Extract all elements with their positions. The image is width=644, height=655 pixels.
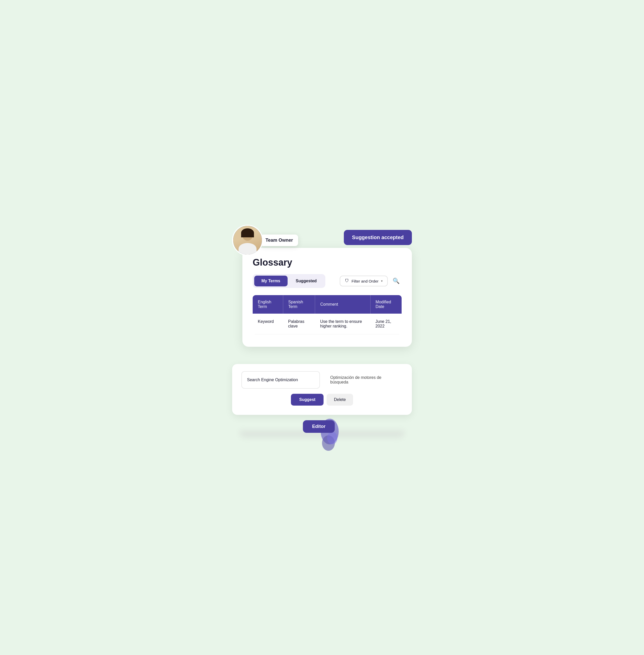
svg-point-2 <box>327 431 338 444</box>
editor-badge: Editor <box>303 420 335 433</box>
tab-bar: My Terms Suggested ⛉ Filter and Order ▾ … <box>253 274 401 288</box>
cell-date: June 21, 2022 <box>370 314 401 334</box>
tab-group: My Terms Suggested <box>253 274 325 288</box>
avatar-bubble: Team Owner <box>232 225 298 255</box>
cell-spanish: Palabras clave <box>283 314 315 334</box>
spanish-term-display: Optimización de motores de búsqueda <box>325 371 402 389</box>
tab-my-terms[interactable]: My Terms <box>254 276 288 287</box>
english-term-input[interactable] <box>242 371 320 389</box>
glossary-table: English Term Spanish Term Comment Modifi… <box>253 295 401 334</box>
filter-group: ⛉ Filter and Order ▾ 🔍 <box>340 275 401 287</box>
table-header: English Term Spanish Term Comment Modifi… <box>253 295 401 314</box>
search-button[interactable]: 🔍 <box>390 275 401 287</box>
input-card: Optimización de motores de búsqueda Sugg… <box>232 364 412 415</box>
col-header-date: Modified Date <box>370 295 401 314</box>
filter-icon: ⛉ <box>345 279 349 283</box>
col-header-comment: Comment <box>315 295 370 314</box>
input-row: Optimización de motores de búsqueda <box>242 371 402 389</box>
glossary-title: Glossary <box>253 257 401 268</box>
avatar <box>232 225 263 255</box>
tab-suggested[interactable]: Suggested <box>289 276 324 287</box>
col-header-spanish: Spanish Term <box>283 295 315 314</box>
action-row: Suggest Delete <box>242 394 402 406</box>
delete-button[interactable]: Delete <box>327 394 353 406</box>
chevron-down-icon: ▾ <box>381 279 383 283</box>
cell-comment: Use the term to ensure higher ranking. <box>315 314 370 334</box>
cell-english: Keyword <box>253 314 283 334</box>
scene: Team Owner Suggestion accepted Glossary … <box>232 225 412 430</box>
table-body: Keyword Palabras clave Use the term to e… <box>253 314 401 334</box>
col-header-english: English Term <box>253 295 283 314</box>
team-owner-badge: Team Owner <box>260 234 298 246</box>
filter-order-dropdown[interactable]: ⛉ Filter and Order ▾ <box>340 276 388 287</box>
table-row: Keyword Palabras clave Use the term to e… <box>253 314 401 334</box>
glossary-card: Glossary My Terms Suggested ⛉ Filter and… <box>243 248 412 347</box>
suggestion-accepted-badge: Suggestion accepted <box>344 230 412 245</box>
search-icon: 🔍 <box>393 278 399 284</box>
suggest-button[interactable]: Suggest <box>291 394 324 406</box>
editor-section: Optimización de motores de búsqueda Sugg… <box>232 364 412 415</box>
